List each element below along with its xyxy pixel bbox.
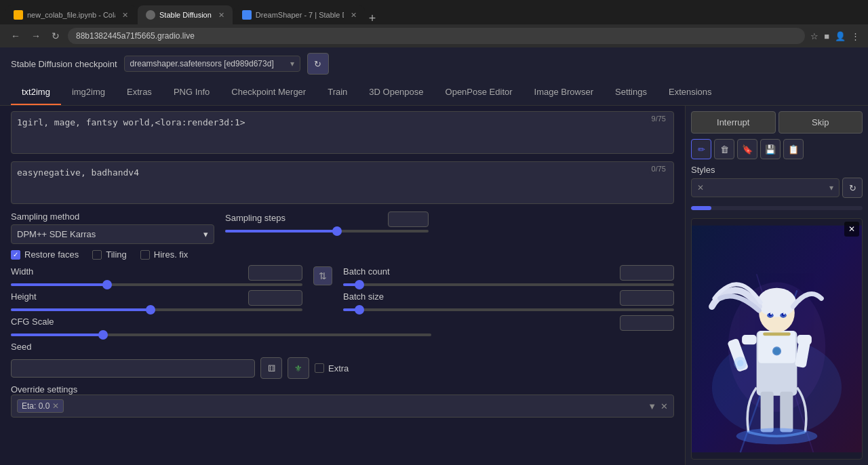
- sampling-method-arrow-icon: ▾: [203, 229, 208, 239]
- trash-icon: 🗑: [720, 144, 729, 155]
- batch-count-slider[interactable]: [343, 283, 674, 286]
- svg-rect-7: [761, 392, 774, 432]
- negative-prompt-counter: 0/75: [649, 164, 669, 174]
- sampling-steps-input[interactable]: 34: [388, 211, 429, 227]
- style-save-button[interactable]: 💾: [760, 139, 781, 159]
- tab-image-browser[interactable]: Image Browser: [524, 80, 604, 105]
- tab-extras[interactable]: Extras: [116, 80, 163, 105]
- tab-3d-openpose[interactable]: 3D Openpose: [358, 80, 434, 105]
- tab-openpose-editor[interactable]: OpenPose Editor: [435, 80, 524, 105]
- sampling-method-select[interactable]: DPM++ SDE Karras ▾: [11, 224, 214, 244]
- hires-fix-checkbox[interactable]: Hires. fix: [140, 249, 189, 260]
- styles-refresh-button[interactable]: ↻: [842, 178, 863, 198]
- swap-dimensions-button[interactable]: ⇅: [313, 266, 332, 285]
- override-expand-icon: ▼: [648, 401, 656, 411]
- tab-dream-close[interactable]: ✕: [351, 11, 357, 20]
- tab-extensions[interactable]: Extensions: [658, 80, 723, 105]
- extra-label: Extra: [328, 363, 349, 373]
- reload-button[interactable]: ↻: [49, 29, 62, 43]
- tab-colab-close[interactable]: ✕: [122, 11, 128, 20]
- nav-tabs: txt2img img2img Extras PNG Info Checkpoi…: [0, 80, 868, 106]
- skip-button[interactable]: Skip: [778, 111, 863, 134]
- style-bookmark-button[interactable]: 🔖: [737, 139, 757, 159]
- tab-pnginfo[interactable]: PNG Info: [163, 80, 220, 105]
- forward-button[interactable]: →: [28, 29, 43, 43]
- batch-size-slider[interactable]: [343, 308, 674, 311]
- styles-close-icon[interactable]: ✕: [697, 183, 704, 193]
- width-input[interactable]: 640: [248, 265, 302, 281]
- tab-dream[interactable]: DreamShaper - 7 | Stable Diffusio... ✕: [234, 5, 365, 24]
- sampling-method-label: Sampling method: [11, 211, 214, 222]
- override-tag-eta-close[interactable]: ✕: [52, 401, 59, 411]
- back-button[interactable]: ←: [8, 29, 23, 43]
- batch-size-group: Batch size 1: [343, 290, 674, 311]
- address-input[interactable]: [68, 28, 805, 44]
- menu-icon[interactable]: ⋮: [851, 31, 860, 41]
- batch-size-input[interactable]: 1: [620, 290, 674, 306]
- styles-input[interactable]: ✕ ▾: [691, 178, 840, 197]
- negative-prompt-area: easynegative, badhandv4 0/75: [11, 161, 674, 206]
- new-tab-button[interactable]: +: [369, 12, 376, 24]
- svg-rect-21: [763, 332, 791, 336]
- tiling-checkbox[interactable]: Tiling: [92, 249, 127, 260]
- seed-controls: 4064480012 ⚅ ⚜ Extra: [11, 357, 674, 379]
- height-input[interactable]: 960: [248, 290, 302, 306]
- browser-toolbar: ☆ ■ 👤 ⋮: [810, 31, 860, 41]
- interrupt-button[interactable]: Interrupt: [691, 111, 776, 134]
- negative-prompt-input[interactable]: easynegative, badhandv4: [11, 161, 674, 204]
- hires-fix-check-icon: [140, 250, 150, 260]
- override-search-icon[interactable]: ✕: [660, 401, 668, 411]
- style-copy-button[interactable]: 📋: [783, 139, 804, 159]
- sampling-method-group: Sampling method DPM++ SDE Karras ▾: [11, 211, 214, 244]
- override-tag-eta: Eta: 0.0 ✕: [17, 399, 64, 413]
- styles-arrow-icon: ▾: [829, 183, 833, 193]
- tab-txt2img[interactable]: txt2img: [11, 80, 61, 105]
- width-label: Width: [11, 266, 33, 277]
- width-row: Width 640 ⇅ Batch count 1: [11, 265, 674, 286]
- checkpoint-select[interactable]: dreamshaper.safetensors [ed989d673d] ▾: [124, 56, 300, 72]
- width-slider[interactable]: [11, 283, 302, 286]
- save-icon: 💾: [765, 144, 776, 155]
- height-group: Height 960: [11, 290, 302, 311]
- tab-img2img[interactable]: img2img: [61, 80, 116, 105]
- positive-prompt-input[interactable]: 1girl, mage, fantsy world,<lora:render3d…: [11, 111, 674, 154]
- left-panel: 1girl, mage, fantsy world,<lora:render3d…: [0, 106, 685, 465]
- colab-favicon: [14, 10, 23, 20]
- tab-sd[interactable]: Stable Diffusion ✕: [138, 5, 233, 24]
- pencil-icon: ✏: [698, 144, 705, 155]
- tab-train[interactable]: Train: [317, 80, 358, 105]
- tab-dream-label: DreamShaper - 7 | Stable Diffusio...: [256, 11, 344, 19]
- restore-faces-checkbox[interactable]: ✓ Restore faces: [11, 249, 79, 260]
- tiling-label: Tiling: [106, 249, 127, 260]
- tab-sd-close[interactable]: ✕: [218, 11, 224, 20]
- style-trash-button[interactable]: 🗑: [714, 139, 734, 159]
- image-close-button[interactable]: ✕: [844, 222, 859, 237]
- tab-checkpoint-merger[interactable]: Checkpoint Merger: [220, 80, 317, 105]
- seed-recycle-button[interactable]: ⚜: [288, 357, 309, 379]
- height-slider[interactable]: [11, 308, 302, 311]
- tab-settings[interactable]: Settings: [604, 80, 658, 105]
- bookmark-icon[interactable]: ☆: [810, 31, 818, 41]
- refresh-icon: ↻: [314, 59, 321, 69]
- styles-group: Styles ✕ ▾ ↻: [691, 165, 863, 198]
- width-group: Width 640: [11, 265, 302, 286]
- sampling-steps-slider[interactable]: [225, 230, 429, 232]
- dream-favicon: [242, 10, 252, 20]
- tiling-check-icon: [92, 250, 102, 260]
- cfg-scale-input[interactable]: 7: [620, 315, 674, 331]
- extra-checkbox[interactable]: Extra: [315, 363, 349, 373]
- seed-input[interactable]: 4064480012: [11, 359, 255, 378]
- seed-random-button[interactable]: ⚅: [260, 357, 282, 379]
- override-settings-group: Override settings Eta: 0.0 ✕ ▼ ✕: [11, 384, 674, 418]
- checkpoint-refresh-button[interactable]: ↻: [307, 53, 329, 75]
- svg-rect-8: [780, 392, 793, 432]
- style-pencil-button[interactable]: ✏: [691, 139, 711, 159]
- main-content: 1girl, mage, fantsy world,<lora:render3d…: [0, 106, 868, 465]
- override-settings-container: Eta: 0.0 ✕ ▼ ✕: [11, 395, 674, 418]
- tab-colab[interactable]: new_colab_file.ipynb - Colabora... ✕: [5, 5, 136, 24]
- profile-icon[interactable]: 👤: [835, 31, 846, 41]
- extensions-icon[interactable]: ■: [824, 31, 829, 41]
- dice-icon: ⚅: [268, 363, 275, 373]
- cfg-scale-slider[interactable]: [11, 333, 674, 336]
- batch-count-input[interactable]: 1: [620, 265, 674, 281]
